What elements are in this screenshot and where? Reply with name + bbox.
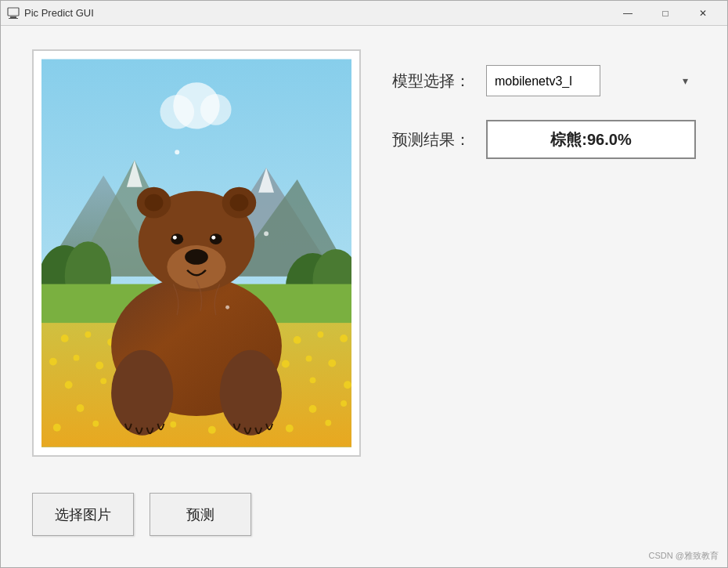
svg-rect-1: [10, 16, 16, 18]
svg-point-69: [325, 420, 331, 426]
content-area: 模型选择： mobilenetv3_l mobilenetv3_s resnet…: [1, 26, 727, 567]
svg-point-29: [294, 336, 301, 344]
bear-image: [41, 59, 351, 447]
svg-point-45: [65, 381, 73, 389]
result-label: 预测结果：: [392, 129, 470, 150]
svg-point-74: [145, 194, 164, 212]
model-field-row: 模型选择： mobilenetv3_l mobilenetv3_s resnet…: [392, 65, 696, 96]
svg-point-20: [85, 331, 91, 338]
svg-point-30: [317, 331, 323, 338]
svg-point-34: [96, 362, 103, 370]
svg-point-42: [282, 360, 290, 368]
image-section: [32, 49, 361, 477]
svg-point-19: [61, 335, 69, 342]
svg-point-68: [286, 425, 294, 432]
svg-point-77: [185, 249, 208, 265]
window-title: Pic Predict GUI: [24, 7, 94, 19]
svg-point-32: [49, 358, 57, 366]
svg-point-63: [92, 421, 99, 427]
close-button[interactable]: ✕: [685, 2, 721, 24]
svg-point-85: [264, 231, 268, 236]
svg-point-53: [344, 381, 351, 389]
svg-point-81: [211, 236, 215, 240]
svg-point-61: [341, 400, 347, 407]
model-select-wrapper: mobilenetv3_l mobilenetv3_s resnet50 vgg…: [486, 65, 696, 96]
svg-point-54: [77, 404, 85, 412]
svg-point-6: [200, 94, 232, 125]
svg-rect-0: [8, 8, 19, 16]
model-label: 模型选择：: [392, 71, 470, 92]
svg-point-5: [160, 95, 194, 129]
svg-point-60: [309, 405, 317, 413]
svg-point-33: [74, 355, 80, 361]
bottom-buttons: 选择图片 预测: [32, 477, 696, 544]
right-panel: 模型选择： mobilenetv3_l mobilenetv3_s resnet…: [392, 49, 696, 477]
svg-point-46: [100, 378, 106, 384]
title-bar: Pic Predict GUI — □ ✕: [1, 1, 727, 26]
title-bar-left: Pic Predict GUI: [7, 7, 94, 20]
svg-point-84: [175, 150, 179, 154]
window-controls: — □ ✕: [610, 2, 721, 24]
svg-point-62: [53, 424, 61, 432]
result-value: 棕熊:96.0%: [550, 129, 631, 150]
svg-point-80: [173, 236, 177, 240]
result-field-row: 预测结果： 棕熊:96.0%: [392, 120, 696, 159]
minimize-button[interactable]: —: [610, 2, 646, 24]
main-area: 模型选择： mobilenetv3_l mobilenetv3_s resnet…: [32, 49, 696, 477]
model-select[interactable]: mobilenetv3_l mobilenetv3_s resnet50 vgg…: [486, 65, 600, 96]
maximize-button[interactable]: □: [647, 2, 683, 24]
main-window: Pic Predict GUI — □ ✕: [0, 0, 728, 568]
svg-point-75: [230, 194, 249, 212]
app-icon: [7, 7, 20, 20]
svg-point-43: [306, 356, 312, 362]
svg-point-66: [208, 426, 216, 434]
svg-point-31: [340, 335, 348, 342]
svg-point-52: [310, 377, 316, 383]
svg-point-44: [328, 360, 336, 367]
watermark: CSDN @雅致教育: [649, 550, 719, 562]
svg-point-79: [210, 233, 222, 244]
svg-point-86: [225, 306, 229, 309]
image-frame: [32, 49, 361, 457]
svg-point-78: [171, 233, 183, 244]
svg-point-83: [220, 350, 282, 436]
svg-point-82: [111, 350, 173, 436]
svg-rect-2: [9, 18, 18, 19]
svg-point-65: [170, 421, 176, 428]
predict-button[interactable]: 预测: [150, 493, 251, 536]
select-image-button[interactable]: 选择图片: [32, 493, 134, 536]
result-box: 棕熊:96.0%: [486, 120, 696, 159]
